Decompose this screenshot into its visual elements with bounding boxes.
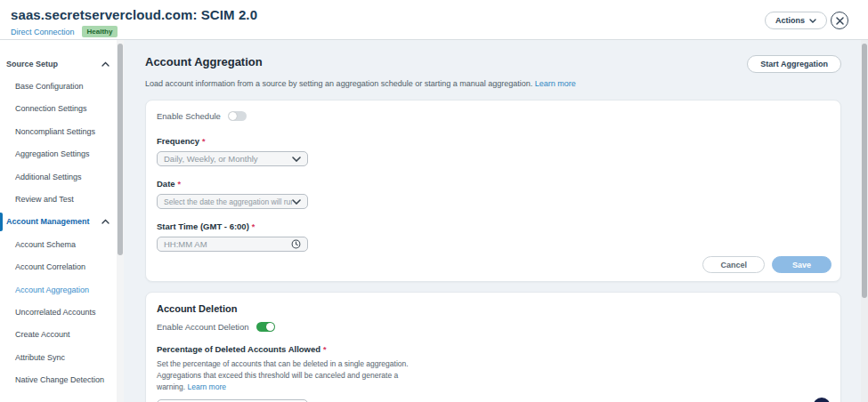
chevron-up-icon: [101, 61, 110, 67]
sidebar-item-noncompliant-settings[interactable]: Noncompliant Settings: [0, 120, 124, 142]
enable-account-deletion-label: Enable Account Deletion: [157, 322, 249, 332]
main-content: Account Aggregation Start Aggregation Lo…: [124, 40, 861, 402]
enable-schedule-toggle[interactable]: [228, 111, 247, 121]
date-label: Date: [157, 179, 830, 189]
sidebar-item-base-configuration[interactable]: Base Configuration: [0, 75, 124, 97]
sidebar-item-attribute-sync[interactable]: Attribute Sync: [0, 346, 124, 368]
account-deletion-title: Account Deletion: [157, 303, 830, 314]
sidebar-item-label: Account Correlation: [15, 262, 85, 271]
sidebar-item-label: Account Aggregation: [15, 285, 89, 294]
start-time-label: Start Time (GMT - 6:00): [157, 221, 830, 231]
chevron-down-icon: [292, 157, 301, 162]
health-status-badge: Healthy: [82, 26, 118, 37]
sidebar-item-account-correlation[interactable]: Account Correlation: [0, 256, 124, 278]
frequency-label: Frequency: [157, 136, 830, 146]
sidebar-item-create-account[interactable]: Create Account: [0, 324, 124, 346]
learn-more-link[interactable]: Learn more: [535, 79, 576, 88]
close-button[interactable]: [831, 12, 848, 29]
sidebar-item-label: Noncompliant Settings: [15, 127, 95, 136]
sidebar-item-label: Connection Settings: [15, 104, 87, 113]
sidebar-item-label: Base Configuration: [15, 82, 84, 91]
schedule-card: Enable Schedule Frequency Daily, Weekly,…: [145, 100, 841, 282]
sidebar-item-label: Create Account: [15, 330, 70, 339]
start-time-input[interactable]: HH:MM AM: [157, 237, 308, 252]
sidebar-item-review-and-test[interactable]: Review and Test: [0, 188, 124, 210]
sidebar-item-label: Native Change Detection: [15, 375, 104, 384]
sidebar-item-account-aggregation[interactable]: Account Aggregation: [0, 278, 124, 301]
actions-button[interactable]: Actions: [765, 12, 827, 29]
chevron-up-icon: [101, 219, 110, 224]
actions-button-label: Actions: [775, 16, 805, 25]
start-time-placeholder: HH:MM AM: [164, 239, 207, 249]
cancel-button[interactable]: Cancel: [702, 256, 765, 273]
main-scrollbar[interactable]: [861, 40, 868, 402]
main-scrollbar-thumb[interactable]: [862, 44, 867, 298]
sidebar-item-additional-settings[interactable]: Additional Settings: [0, 165, 124, 188]
source-header: saas.secretservercloud.com: SCIM 2.0 Dir…: [0, 0, 868, 40]
sidebar-item-label: Additional Settings: [15, 173, 82, 181]
enable-account-deletion-toggle[interactable]: [256, 322, 275, 332]
section-description-text: Load account information from a source b…: [145, 79, 532, 88]
date-select[interactable]: Select the date the aggregation will run…: [157, 194, 308, 209]
start-aggregation-button[interactable]: Start Aggregation: [747, 55, 841, 73]
sidebar-scrollbar-thumb[interactable]: [118, 44, 123, 255]
sidebar-section-label: Source Setup: [6, 60, 58, 68]
deletion-threshold-description: Set the percentage of accounts that can …: [157, 358, 424, 393]
help-widget[interactable]: [813, 396, 857, 402]
sidebar-nav: Source Setup Base Configuration Connecti…: [0, 40, 124, 402]
sidebar-scrollbar[interactable]: [117, 40, 124, 402]
page-title: saas.secretservercloud.com: SCIM 2.0: [11, 7, 257, 22]
frequency-select[interactable]: Daily, Weekly, or Monthly: [157, 151, 308, 166]
sidebar-item-account-schema[interactable]: Account Schema: [0, 233, 124, 255]
sidebar-item-connection-settings[interactable]: Connection Settings: [0, 98, 124, 120]
clock-icon: [291, 239, 301, 249]
sidebar-item-label: Review and Test: [15, 195, 74, 204]
chevron-down-icon: [809, 19, 816, 23]
learn-more-link[interactable]: Learn more: [188, 382, 226, 391]
frequency-placeholder: Daily, Weekly, or Monthly: [164, 154, 258, 164]
sidebar-item-aggregation-settings[interactable]: Aggregation Settings: [0, 143, 124, 165]
section-title: Account Aggregation: [145, 55, 263, 68]
sidebar-item-native-change-detection[interactable]: Native Change Detection: [0, 368, 124, 390]
sidebar-item-label: Attribute Sync: [15, 353, 65, 362]
sidebar-item-label: Aggregation Settings: [15, 149, 90, 158]
header-subrow: Direct Connection Healthy: [11, 26, 118, 37]
sidebar-item-label: Uncorrelated Accounts: [15, 308, 96, 317]
help-widget-icon: [813, 398, 831, 402]
section-description: Load account information from a source b…: [145, 79, 841, 88]
close-icon: [836, 17, 844, 25]
toggle-knob: [266, 323, 274, 331]
toggle-knob: [229, 112, 237, 120]
connection-type-link[interactable]: Direct Connection: [11, 28, 75, 36]
date-placeholder: Select the date the aggregation will run…: [164, 197, 292, 206]
sidebar-section-label: Account Management: [6, 217, 90, 226]
sidebar-section-source-setup[interactable]: Source Setup: [0, 52, 124, 75]
sidebar-item-label: Account Schema: [15, 240, 76, 249]
deletion-threshold-label: Percentage of Deleted Accounts Allowed: [157, 344, 830, 354]
sidebar-section-account-management[interactable]: Account Management: [0, 211, 124, 233]
sidebar-item-uncorrelated-accounts[interactable]: Uncorrelated Accounts: [0, 301, 124, 323]
save-button[interactable]: Save: [772, 256, 831, 273]
chevron-down-icon: [292, 199, 301, 205]
account-deletion-card: Account Deletion Enable Account Deletion…: [145, 292, 841, 402]
enable-schedule-label: Enable Schedule: [157, 111, 221, 121]
